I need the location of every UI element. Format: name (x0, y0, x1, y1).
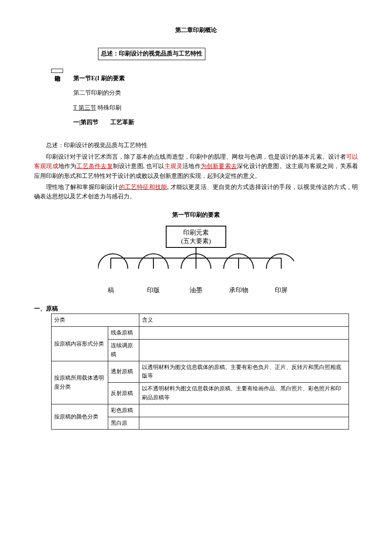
sub-reflective: 反射原稿 (108, 383, 139, 404)
meaning-transmissive: 以透明材料为图文信息载体的原稿。主要有彩色负片、正片、反转片和黑白照相底版等 (139, 361, 349, 383)
table-header-row: 分类 含义 (52, 314, 349, 327)
outline: 印刷做论 第一节E(I 刷的要素 第二节印刷的分类 T 第三节 特殊印刷 一|第… (34, 69, 358, 133)
sub-transmissive: 透射原稿 (108, 361, 139, 383)
section-1-title: 第一节印刷的要素 (34, 210, 358, 220)
diagram-item-2: 印版 (147, 287, 160, 293)
section-4-space (98, 119, 110, 125)
body-heading: 总述：印刷设计的视觉品质与工艺特性 (34, 141, 358, 150)
p1-f: 主观灵 (164, 163, 183, 169)
vertical-label: 印刷做论 (51, 69, 63, 73)
diagram-top-line1: 印刷元素 (183, 229, 209, 236)
chapter-title: 第二章印刷概论 (34, 26, 358, 35)
sub-continuous-original: 连续调原稿 (108, 340, 139, 361)
p2-b: 的工艺特征和技能 (119, 184, 167, 190)
th-meaning: 含义 (139, 314, 349, 327)
th-category: 分类 (52, 314, 139, 327)
paragraph-1: 印刷设计对于设计艺术而言，除了基本的点线而造型，印刷中的肌理、网纹与色调，也是设… (34, 152, 358, 181)
p1-h: 为创新要索去 (201, 163, 237, 169)
section-4-suffix: 工艺革新 (110, 119, 134, 125)
meaning-reflective: 以不透明材料为图文信息载体的原稿。主要有绘画作品、黑白照片、彩色照片和印刷品原稿… (139, 383, 349, 404)
section-1: 第一节E(I 刷的要素 (73, 74, 134, 83)
diagram-item-4: 承印物 (229, 287, 248, 293)
diagram-top-line2: (五大要素) (181, 238, 211, 245)
sub-line-original: 线条原稿 (108, 327, 139, 340)
cat-color: 按原稿的颜色分类 (52, 404, 108, 430)
section-2: 第二节印刷的分类 (73, 88, 134, 98)
sub-color-original: 彩色原稿 (108, 404, 139, 417)
table-heading: 一、原稿 (34, 304, 358, 314)
p1-d: 工艺条件去复 (76, 163, 112, 169)
sub-bw-original: 黑白原 (108, 417, 139, 430)
paragraph-2: 理性地了解和掌握印刷设计的工艺特征和技能, 才能以更灵活、更自觉的方式选择设计的… (34, 183, 358, 202)
meaning-line-original (139, 327, 349, 340)
p2-a: 理性地了解和掌握印刷设计 (46, 184, 119, 190)
diagram-item-5: 印屏 (275, 287, 288, 293)
meaning-color-original (139, 404, 349, 417)
p1-c: 地作为 (58, 163, 77, 169)
cat-transparency: 按原稿所用载体透明度分类 (52, 361, 108, 404)
sections-column: 第一节E(I 刷的要素 第二节印刷的分类 T 第三节 特殊印刷 一|第四节 工艺… (73, 69, 134, 133)
cat-form: 按原稿内容形式分类 (52, 327, 108, 361)
section-3-suffix: 特殊印刷 (98, 105, 121, 111)
summary-box-wrap: 总述：印刷设计的视觉品质与工艺特性 (34, 48, 358, 60)
elements-diagram: 印刷元素 (五大要素) 稿 印版 油墨 承印物 印屏 (98, 224, 294, 301)
yuangao-table: 分类 含义 按原稿内容形式分类 线条原稿 连续调原稿 按原稿所用载体透明度分类 … (51, 314, 349, 430)
section-3: T 第三节 特殊印刷 (73, 103, 134, 113)
summary-box: 总述：印刷设计的视觉品质与工艺特性 (98, 48, 205, 60)
meaning-bw-original (139, 417, 349, 430)
diagram-item-1: 稿 (108, 287, 114, 293)
meaning-continuous-original (139, 340, 349, 361)
table-row: 按原稿所用载体透明度分类 透射原稿 以透明材料为图文信息载体的原稿。主要有彩色负… (52, 361, 349, 383)
section-4: 一|第四节 工艺革新 (73, 118, 134, 127)
diagram-item-3: 油墨 (190, 287, 202, 293)
table-row: 按原稿内容形式分类 线条原稿 (52, 327, 349, 340)
p1-e: 制设计意图, 也可以 (113, 163, 164, 169)
section-4-prefix: 一|第四节 (73, 119, 98, 125)
p1-g: 活地作 (182, 163, 201, 169)
table-row: 按原稿的颜色分类 彩色原稿 (52, 404, 349, 417)
section-3-prefix: T 第三节 (73, 105, 96, 111)
p1-a: 印刷设计对于设计艺术而言，除了基本的点线而造型，印刷中的肌理、网纹与色调，也是设… (46, 154, 346, 160)
